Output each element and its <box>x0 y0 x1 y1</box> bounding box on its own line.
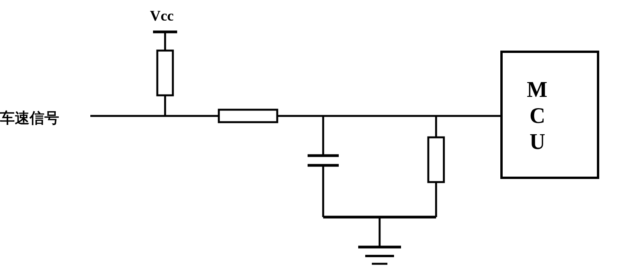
pullup-resistor <box>157 51 173 95</box>
circuit-diagram <box>0 0 644 277</box>
pulldown-resistor <box>428 137 444 182</box>
mcu-block <box>501 52 598 178</box>
series-resistor <box>219 110 277 122</box>
